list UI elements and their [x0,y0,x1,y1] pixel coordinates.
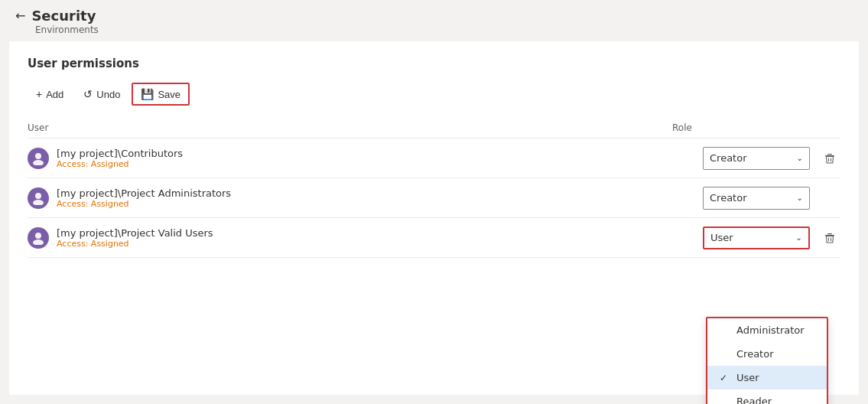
svg-point-6 [35,193,41,199]
role-cell: User ⌄ [703,226,840,249]
user-details: [my project]\Project Valid Users Access:… [57,227,213,249]
svg-point-9 [33,239,44,245]
col-user-header: User [28,122,672,133]
user-access: Access: Assigned [57,239,213,249]
dropdown-option-creator[interactable]: Creator [707,342,827,366]
user-info: [my project]\Contributors Access: Assign… [28,148,703,169]
page: ← Security Environments User permissions… [0,0,868,404]
add-button[interactable]: + Add [28,83,72,105]
user-name: [my project]\Project Administrators [57,187,231,199]
toolbar: + Add ↺ Undo 💾 Save [28,83,840,106]
chevron-down-icon: ⌄ [796,233,802,242]
undo-label: Undo [96,89,120,100]
avatar [28,187,49,209]
dropdown-option-reader[interactable]: Reader [707,389,827,404]
dropdown-label: Creator [736,348,774,360]
breadcrumb: Environments [35,24,853,35]
user-name: [my project]\Contributors [57,148,183,159]
role-cell: Creator ⌄ [703,147,840,170]
svg-point-7 [33,200,44,205]
save-button[interactable]: 💾 Save [132,83,190,106]
header: ← Security Environments [0,0,868,41]
dropdown-option-administrator[interactable]: Administrator [707,318,827,342]
role-cell: Creator ⌄ [703,187,840,210]
chevron-down-icon: ⌄ [797,194,803,202]
svg-rect-3 [827,154,832,155]
delete-button-1[interactable] [819,148,840,169]
role-value-2: Creator [710,192,747,204]
user-access: Access: Assigned [57,159,183,169]
role-value-3: User [710,232,733,243]
user-details: [my project]\Project Administrators Acce… [57,187,231,209]
chevron-down-icon: ⌄ [797,154,803,162]
table-row: [my project]\Contributors Access: Assign… [28,138,840,178]
dropdown-label: Administrator [736,324,805,336]
check-icon: ✓ [720,373,730,383]
user-info: [my project]\Project Valid Users Access:… [28,227,703,249]
undo-button[interactable]: ↺ Undo [75,83,128,105]
avatar [28,227,49,249]
header-back: ← Security [15,8,853,24]
table-row: [my project]\Project Administrators Acce… [28,178,840,218]
svg-rect-11 [827,233,832,234]
col-role-header: Role [672,122,810,133]
svg-point-0 [35,153,41,159]
section-title: User permissions [28,57,840,70]
add-label: Add [46,89,63,100]
table-header: User Role [28,118,840,138]
role-select-1[interactable]: Creator ⌄ [703,147,810,170]
table-row: [my project]\Project Valid Users Access:… [28,218,840,258]
svg-point-1 [33,160,44,165]
user-access: Access: Assigned [57,199,231,209]
role-value-1: Creator [710,152,747,164]
dropdown-label: User [736,372,759,383]
role-select-2[interactable]: Creator ⌄ [703,187,810,210]
delete-button-3[interactable] [819,227,840,249]
add-icon: + [36,88,42,100]
user-info: [my project]\Project Administrators Acce… [28,187,703,209]
dropdown-label: Reader [736,396,772,404]
svg-point-8 [35,233,41,239]
save-label: Save [158,89,180,100]
back-button[interactable]: ← [15,8,25,23]
dropdown-option-user[interactable]: ✓ User [707,366,827,389]
avatar [28,148,49,169]
save-icon: 💾 [141,88,154,100]
undo-icon: ↺ [83,88,93,100]
role-select-3[interactable]: User ⌄ [703,226,810,249]
role-dropdown: Administrator Creator ✓ User Reader [706,317,828,404]
page-title: Security [31,8,96,24]
content-card: User permissions + Add ↺ Undo 💾 Save Use… [9,41,859,395]
user-name: [my project]\Project Valid Users [57,227,213,239]
user-details: [my project]\Contributors Access: Assign… [57,148,183,169]
